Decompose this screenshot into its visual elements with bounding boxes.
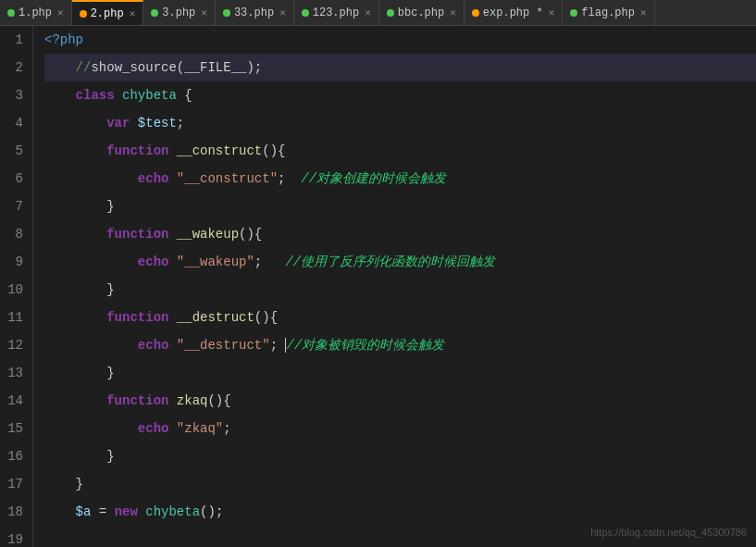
line-numbers: 1 2 3 4 5 6 7 8 9 10 11 12 13 14 15 16 1… bbox=[0, 26, 33, 547]
line9-echo: echo bbox=[138, 248, 169, 276]
code-line-2: //show_source(__FILE__); bbox=[44, 54, 756, 81]
line8-paren: (){ bbox=[239, 220, 262, 248]
tab-flagphp-close[interactable]: ✕ bbox=[640, 6, 647, 19]
line8-function: function bbox=[106, 220, 168, 248]
line8-wakeup: __wakeup bbox=[177, 220, 239, 248]
code-area[interactable]: <?php //show_source(__FILE__); class chy… bbox=[33, 26, 756, 547]
tab-123php-close[interactable]: ✕ bbox=[365, 6, 371, 19]
line18-var: $a bbox=[76, 498, 92, 526]
tab-3php[interactable]: 3.php ✕ bbox=[143, 0, 216, 25]
line15-sp bbox=[168, 415, 176, 442]
code-line-12: echo "__destruct"; //对象被销毁的时候会触发 bbox=[44, 331, 756, 359]
line11-sp bbox=[168, 304, 176, 331]
line14-function: function bbox=[106, 387, 168, 415]
line16-indent bbox=[44, 442, 106, 470]
line4-varname: $test bbox=[138, 109, 177, 137]
tab-3php-close[interactable]: ✕ bbox=[201, 6, 207, 19]
line3-class: class bbox=[76, 81, 115, 109]
tab-2php-label: 2.php bbox=[91, 7, 124, 20]
code-line-17: } bbox=[44, 470, 756, 498]
code-line-18: $a = new chybeta(); bbox=[44, 498, 756, 526]
tab-2php-close[interactable]: ✕ bbox=[130, 7, 136, 19]
line18-classname: chybeta bbox=[145, 498, 200, 526]
code-line-11: function __destruct(){ bbox=[44, 304, 756, 331]
tab-33php-label: 33.php bbox=[234, 6, 274, 19]
line4-indent bbox=[44, 109, 106, 137]
line4-sp bbox=[130, 109, 137, 137]
tab-expphp-dot bbox=[472, 9, 479, 17]
line15-semi: ; bbox=[223, 415, 230, 442]
code-line-3: class chybeta { bbox=[44, 81, 756, 109]
line9-comment: //使用了反序列化函数的时候回触发 bbox=[285, 248, 495, 276]
line11-paren: (){ bbox=[254, 304, 278, 331]
line18-paren: (); bbox=[200, 498, 223, 526]
code-line-6: echo "__construct"; //对象创建的时候会触发 bbox=[44, 165, 756, 193]
tab-2php[interactable]: 2.php ✕ bbox=[72, 0, 144, 25]
line9-sp bbox=[168, 248, 176, 276]
tab-1php[interactable]: 1.php ✕ bbox=[0, 0, 72, 25]
line14-zkaq: zkaq bbox=[177, 387, 208, 415]
tab-33php[interactable]: 33.php ✕ bbox=[216, 0, 294, 25]
line15-string: "zkaq" bbox=[177, 415, 223, 442]
line8-sp bbox=[168, 220, 176, 248]
line15-indent bbox=[44, 415, 138, 442]
line6-comment: //对象创建的时候会触发 bbox=[301, 165, 446, 193]
code-line-8: function __wakeup(){ bbox=[44, 220, 756, 248]
tab-flagphp-label: flag.php bbox=[581, 6, 635, 19]
line17-indent bbox=[44, 470, 76, 498]
line18-indent bbox=[44, 498, 76, 526]
line7-indent bbox=[44, 193, 106, 220]
tab-bar: 1.php ✕ 2.php ✕ 3.php ✕ 33.php ✕ 123.php… bbox=[0, 0, 756, 26]
tab-bbcphp-label: bbc.php bbox=[398, 6, 444, 19]
line3-brace: { bbox=[177, 81, 192, 109]
line3-indent bbox=[44, 81, 76, 109]
line4-var: var bbox=[106, 109, 130, 137]
tab-bbcphp-close[interactable]: ✕ bbox=[450, 6, 456, 19]
code-line-1: <?php bbox=[44, 26, 756, 54]
line14-paren: (){ bbox=[207, 387, 230, 415]
tab-bbcphp[interactable]: bbc.php ✕ bbox=[379, 0, 465, 25]
tab-flagphp[interactable]: flag.php ✕ bbox=[563, 0, 654, 25]
code-line-10: } bbox=[44, 276, 756, 304]
line11-function: function bbox=[106, 304, 168, 331]
line6-sp bbox=[168, 165, 176, 193]
line5-function: function bbox=[106, 137, 168, 165]
line5-sp bbox=[168, 137, 176, 165]
line18-new: new bbox=[115, 498, 138, 526]
line13-indent bbox=[44, 359, 106, 387]
tab-1php-label: 1.php bbox=[19, 6, 52, 19]
tab-123php[interactable]: 123.php ✕ bbox=[294, 0, 379, 25]
code-line-7: } bbox=[44, 193, 756, 220]
line14-sp bbox=[168, 387, 176, 415]
line12-semi: ; bbox=[270, 331, 286, 359]
line9-indent bbox=[44, 248, 138, 276]
tab-33php-dot bbox=[223, 9, 230, 17]
line12-string: "__destruct" bbox=[177, 331, 270, 359]
line13-brace: } bbox=[106, 359, 114, 387]
tab-expphp-label: exp.php * bbox=[483, 6, 543, 19]
line3-sp1 bbox=[115, 81, 122, 109]
line11-destruct: __destruct bbox=[177, 304, 254, 331]
line5-indent bbox=[44, 137, 106, 165]
tab-expphp[interactable]: exp.php * ✕ bbox=[465, 0, 563, 25]
code-line-4: var $test; bbox=[44, 109, 756, 137]
tab-flagphp-dot bbox=[570, 9, 577, 17]
line12-indent bbox=[44, 331, 138, 359]
tab-expphp-close[interactable]: ✕ bbox=[549, 6, 555, 19]
line12-echo: echo bbox=[138, 331, 169, 359]
line6-semi: ; bbox=[278, 165, 301, 193]
line4-semi: ; bbox=[177, 109, 184, 137]
tab-3php-label: 3.php bbox=[162, 6, 195, 19]
tab-2php-dot bbox=[80, 10, 87, 18]
code-line-5: function __construct(){ bbox=[44, 137, 756, 165]
code-line-9: echo "__wakeup"; //使用了反序列化函数的时候回触发 bbox=[44, 248, 756, 276]
code-line-15: echo "zkaq"; bbox=[44, 415, 756, 442]
line19-blank bbox=[44, 526, 52, 547]
line6-string: "__construct" bbox=[177, 165, 278, 193]
line6-echo: echo bbox=[138, 165, 169, 193]
tab-1php-close[interactable]: ✕ bbox=[57, 6, 64, 19]
line18-assign: = bbox=[91, 498, 114, 526]
code-line-16: } bbox=[44, 442, 756, 470]
tab-33php-close[interactable]: ✕ bbox=[279, 6, 286, 19]
line12-comment: //对象被销毁的时候会触发 bbox=[286, 331, 444, 359]
